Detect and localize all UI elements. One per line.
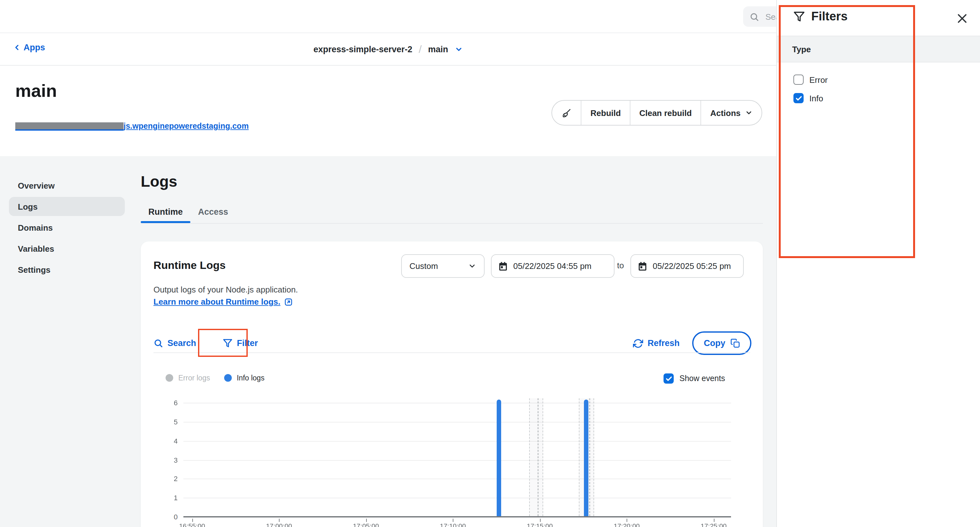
- x-axis-tick: [714, 519, 714, 522]
- external-link-icon: [284, 297, 293, 306]
- tabs-divider: [141, 223, 763, 224]
- legend-error-logs[interactable]: Error logs: [165, 374, 210, 382]
- search-icon: [153, 338, 163, 348]
- runtime-logs-chart: [183, 398, 731, 517]
- sidebar-item-overview[interactable]: Overview: [9, 176, 125, 195]
- date-from-value: 05/22/2025 04:55 pm: [513, 261, 592, 271]
- sidebar-item-domains[interactable]: Domains: [9, 218, 125, 237]
- sidebar-item-settings[interactable]: Settings: [9, 260, 125, 279]
- rebuild-label: Rebuild: [590, 108, 621, 118]
- learn-more-link[interactable]: Learn more about Runtime logs.: [153, 297, 293, 307]
- search-logs-button[interactable]: Search: [153, 338, 196, 348]
- date-to-input[interactable]: 05/22/2025 05:25 pm: [630, 254, 744, 278]
- environment-url-link[interactable]: js.wpenginepoweredstaging.com: [124, 122, 249, 131]
- show-events-toggle[interactable]: Show events: [663, 374, 725, 383]
- sidebar-label: Settings: [18, 265, 51, 274]
- calendar-icon: [498, 261, 508, 271]
- event-region: [529, 398, 538, 516]
- x-axis-label: 17:15:00: [514, 522, 565, 527]
- sidebar-item-variables[interactable]: Variables: [9, 239, 125, 258]
- rebuild-button[interactable]: Rebuild: [581, 101, 630, 125]
- show-events-label: Show events: [679, 374, 725, 383]
- x-axis-tick: [540, 519, 540, 522]
- chevron-down-icon: [468, 262, 476, 270]
- x-axis-tick: [279, 519, 280, 522]
- error-checkbox[interactable]: [794, 75, 803, 85]
- copy-icon: [730, 339, 740, 348]
- chart-legend: Error logs Info logs: [165, 372, 264, 384]
- gridline: [183, 441, 731, 441]
- clean-rebuild-button[interactable]: Clean rebuild: [630, 101, 701, 125]
- time-range-value: Custom: [409, 261, 438, 271]
- legend-label: Error logs: [178, 374, 210, 382]
- logs-toolbar-left: Search Filter: [153, 336, 258, 350]
- filters-section-type: Type: [777, 36, 980, 62]
- gridline: [183, 498, 731, 498]
- copy-label: Copy: [704, 339, 725, 348]
- runtime-logs-card: Runtime Logs Custom 05/22/2025 04:55 pm …: [141, 241, 763, 527]
- chevron-down-icon[interactable]: [455, 45, 463, 54]
- check-icon: [795, 95, 802, 102]
- chevron-down-icon: [745, 109, 752, 117]
- breadcrumb-app-name[interactable]: express-simple-server-2: [313, 45, 412, 54]
- refresh-label: Refresh: [648, 339, 680, 348]
- error-logs-dot: [165, 374, 173, 382]
- sidebar-label: Overview: [18, 180, 55, 190]
- tab-label: Runtime: [148, 207, 183, 217]
- broom-button[interactable]: [552, 101, 581, 125]
- x-axis-tick: [627, 519, 627, 522]
- x-axis-tick: [453, 519, 453, 522]
- redacted-url-segment: [15, 122, 124, 130]
- time-range-select[interactable]: Custom: [401, 254, 485, 278]
- app-root: Apps express-simple-server-2 / main main…: [0, 0, 980, 527]
- x-axis-tick: [366, 519, 366, 522]
- check-icon: [665, 375, 672, 382]
- y-axis-label: 6: [159, 399, 178, 407]
- refresh-button[interactable]: Refresh: [633, 338, 680, 348]
- legend-info-logs[interactable]: Info logs: [224, 374, 264, 382]
- gridline: [183, 422, 731, 423]
- tab-runtime[interactable]: Runtime: [141, 203, 190, 221]
- actions-menu-button[interactable]: Actions: [701, 101, 762, 125]
- filter-logs-button[interactable]: Filter: [223, 338, 258, 348]
- date-from-input[interactable]: 05/22/2025 04:55 pm: [491, 254, 614, 278]
- filter-label: Filter: [237, 338, 258, 348]
- y-axis-label: 1: [159, 494, 178, 501]
- runtime-logs-description: Output logs of your Node.js application.: [153, 285, 298, 294]
- filter-option-label: Error: [809, 75, 828, 85]
- environment-url[interactable]: js.wpenginepoweredstaging.com: [15, 121, 249, 131]
- y-axis-label: 0: [159, 513, 178, 521]
- filter-option-info[interactable]: Info: [794, 93, 823, 103]
- sidebar-item-logs[interactable]: Logs: [9, 197, 125, 216]
- event-region: [590, 398, 595, 516]
- close-icon[interactable]: [956, 12, 969, 25]
- copy-button[interactable]: Copy: [692, 331, 752, 355]
- logs-toolbar-right: Refresh Copy: [633, 331, 751, 355]
- breadcrumb-environment[interactable]: main: [428, 45, 448, 54]
- breadcrumb: express-simple-server-2 / main: [0, 33, 776, 65]
- sidebar-label: Logs: [18, 202, 38, 211]
- tab-access[interactable]: Access: [190, 203, 236, 221]
- y-axis-label: 2: [159, 475, 178, 483]
- filter-option-label: Info: [809, 93, 823, 103]
- log-count-bar[interactable]: [584, 399, 589, 516]
- gridline: [183, 460, 731, 460]
- x-axis-label: 17:10:00: [427, 522, 478, 527]
- sidebar-label: Domains: [18, 223, 53, 232]
- info-checkbox[interactable]: [794, 93, 803, 103]
- filter-option-error[interactable]: Error: [794, 75, 828, 85]
- filters-panel-header: Filters: [794, 10, 848, 24]
- log-count-bar[interactable]: [497, 399, 501, 516]
- show-events-checkbox[interactable]: [663, 374, 674, 383]
- date-range-to-label: to: [617, 260, 624, 270]
- legend-label: Info logs: [237, 374, 264, 382]
- x-axis-label: 17:05:00: [340, 522, 391, 527]
- x-axis-label: 17:00:00: [253, 522, 304, 527]
- calendar-icon: [637, 261, 648, 271]
- x-axis-label: 17:25:00: [688, 522, 739, 527]
- gridline: [183, 479, 731, 479]
- actions-label: Actions: [710, 108, 741, 118]
- y-axis-label: 4: [159, 437, 178, 444]
- y-axis-label: 3: [159, 456, 178, 463]
- date-to-value: 05/22/2025 05:25 pm: [653, 261, 731, 271]
